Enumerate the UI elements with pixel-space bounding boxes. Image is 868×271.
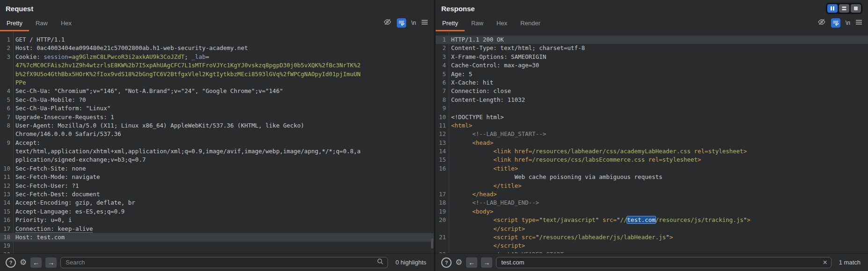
line-number: 6	[0, 104, 10, 113]
code-row[interactable]: 3Cookie: session=ag9GlzmC8LPwcoR3i2axkAU…	[0, 53, 434, 61]
code-text: User-Agent: Mozilla/5.0 (X11; Linux x86_…	[10, 121, 304, 130]
newline-icon[interactable]: \n	[411, 20, 416, 26]
line-number: 20	[0, 250, 10, 253]
columns-layout-button[interactable]	[827, 4, 838, 13]
previous-match-button[interactable]: ←	[30, 257, 42, 268]
line-number: 15	[0, 207, 10, 216]
code-row[interactable]: 20 <script type="text/javascript" src="/…	[436, 216, 868, 224]
code-row[interactable]: 10Sec-Fetch-Site: none	[0, 164, 434, 173]
code-row[interactable]: 5Sec-Ch-Ua-Mobile: ?0	[0, 96, 434, 104]
response-tab-raw[interactable]: Raw	[465, 15, 490, 31]
code-row[interactable]: 11Sec-Fetch-Mode: navigate	[0, 173, 434, 181]
next-match-button[interactable]: →	[481, 257, 492, 268]
code-row[interactable]: 7Upgrade-Insecure-Requests: 1	[0, 113, 434, 121]
code-row[interactable]: 20	[0, 250, 434, 253]
help-icon[interactable]: ?	[441, 257, 452, 268]
code-row[interactable]: 13Sec-Fetch-Dest: document	[0, 190, 434, 199]
line-number: 14	[436, 147, 446, 156]
clear-search-icon[interactable]: ×	[820, 259, 827, 266]
code-row[interactable]: 22 <!--LAB_HEADER_START-->	[436, 250, 868, 253]
menu-icon[interactable]	[855, 19, 862, 27]
code-row[interactable]: 1GET / HTTP/1.1	[0, 36, 434, 44]
wrap-lines-icon[interactable]	[397, 18, 406, 28]
response-tab-hex[interactable]: Hex	[490, 15, 514, 31]
code-row[interactable]: 15Accept-Language: es-ES,es;q=0.9	[0, 207, 434, 216]
code-row[interactable]: 14 <link href=/resources/labheader/css/a…	[436, 147, 868, 156]
code-row[interactable]: 13 <head>	[436, 139, 868, 147]
code-row[interactable]: 18Host: test.com	[0, 233, 434, 242]
code-row[interactable]: 10<!DOCTYPE html>	[436, 113, 868, 121]
code-row[interactable]: </script>	[436, 225, 868, 233]
code-row[interactable]: 14Accept-Encoding: gzip, deflate, br	[0, 199, 434, 207]
code-row[interactable]: 12Sec-Fetch-User: ?1	[0, 182, 434, 190]
code-row[interactable]: PPe	[0, 78, 434, 87]
code-row[interactable]: 19	[0, 242, 434, 250]
response-tab-pretty[interactable]: Pretty	[436, 15, 465, 31]
line-number: 10	[436, 113, 446, 121]
code-row[interactable]: 5Age: 5	[436, 70, 868, 78]
request-scrollbar-thumb[interactable]	[431, 238, 433, 249]
magnifier-icon[interactable]	[377, 258, 384, 267]
code-row[interactable]: 17 </head>	[436, 190, 868, 199]
request-title: Request	[6, 5, 33, 13]
code-row[interactable]: b%2fX9U5o4GthBbx5HOrK%2fIox9vdS18%2bGngT…	[0, 70, 434, 78]
code-text: b%2fX9U5o4GthBbx5HOrK%2fIox9vdS18%2bGngT…	[10, 70, 361, 78]
request-tab-raw[interactable]: Raw	[29, 15, 54, 31]
code-row[interactable]: Web cache poisoning via ambiguous reques…	[436, 173, 868, 181]
response-header: Response	[436, 0, 868, 15]
line-number: 7	[436, 87, 446, 95]
request-tab-hex[interactable]: Hex	[54, 15, 78, 31]
response-tab-render[interactable]: Render	[514, 15, 547, 31]
code-row[interactable]: 15 <link href=/resources/css/labsEcommer…	[436, 156, 868, 164]
previous-match-button[interactable]: ←	[466, 257, 477, 268]
code-row[interactable]: </script>	[436, 242, 868, 250]
code-row[interactable]: 12 <!--LAB_HEAD_START-->	[436, 130, 868, 138]
newline-icon[interactable]: \n	[846, 20, 850, 26]
next-match-button[interactable]: →	[45, 257, 57, 268]
visibility-toggle-icon[interactable]	[817, 18, 826, 28]
request-tab-pretty[interactable]: Pretty	[0, 15, 29, 31]
code-row[interactable]: 8Content-Length: 11032	[436, 96, 868, 104]
response-search-box: ×	[496, 257, 832, 268]
response-search-input[interactable]	[500, 258, 820, 266]
code-row[interactable]: 11<html>	[436, 121, 868, 130]
code-row[interactable]: 47%7cMC0CFAis2hv1Z9h4wtzrlsE8KW%2b7I5xpA…	[0, 61, 434, 70]
code-row[interactable]: text/html,application/xhtml+xml,applicat…	[0, 147, 434, 156]
code-row[interactable]: 4Cache-Control: max-age=30	[436, 61, 868, 70]
help-icon[interactable]: ?	[6, 257, 16, 268]
code-row[interactable]: 9Accept:	[0, 139, 434, 147]
line-number: 2	[436, 44, 446, 52]
code-row[interactable]: 18 <!--LAB_HEAD_END-->	[436, 199, 868, 207]
settings-gear-icon[interactable]: ⚙	[455, 258, 462, 266]
request-editor[interactable]: 1GET / HTTP/1.12Host: 0ac4003404ea099480…	[0, 31, 434, 253]
code-row[interactable]: 3X-Frame-Options: SAMEORIGIN	[436, 53, 868, 61]
code-row[interactable]: Chrome/146.0.0.0 Safari/537.36	[0, 130, 434, 138]
rows-layout-button[interactable]	[839, 4, 849, 13]
code-row[interactable]: 8User-Agent: Mozilla/5.0 (X11; Linux x86…	[0, 121, 434, 130]
code-row[interactable]: 6X-Cache: hit	[436, 78, 868, 87]
code-row[interactable]: pplication/signed-exchange;v=b3;q=0.7	[0, 156, 434, 164]
code-row[interactable]: 1HTTP/1.1 200 OK	[436, 36, 868, 44]
code-row[interactable]: 2Host: 0ac4003404ea099480e21c57002800ab.…	[0, 44, 434, 52]
code-row[interactable]: </title>	[436, 182, 868, 190]
menu-icon[interactable]	[421, 19, 428, 27]
code-row[interactable]: 7Connection: close	[436, 87, 868, 95]
visibility-toggle-icon[interactable]	[383, 18, 392, 28]
code-row[interactable]: 21 <script src="/resources/labheader/js/…	[436, 233, 868, 242]
request-search-input[interactable]	[65, 258, 377, 266]
code-row[interactable]: 19 <body>	[436, 207, 868, 216]
line-number: 5	[0, 96, 10, 104]
code-row[interactable]: 4Sec-Ch-Ua: "Chromium";v="146", "Not-A.B…	[0, 87, 434, 95]
code-text: 47%7cMC0CFAis2hv1Z9h4wtzrlsE8KW%2b7I5xpA…	[10, 61, 361, 70]
code-row[interactable]: 6Sec-Ch-Ua-Platform: "Linux"	[0, 104, 434, 113]
code-row[interactable]: 17Connection: keep-alive	[0, 225, 434, 233]
single-layout-button[interactable]	[851, 4, 861, 13]
code-row[interactable]: 9	[436, 104, 868, 113]
code-row[interactable]: 16 <title>	[436, 164, 868, 173]
wrap-lines-icon[interactable]	[831, 18, 840, 28]
code-row[interactable]: 16Priority: u=0, i	[0, 216, 434, 224]
response-editor[interactable]: 1HTTP/1.1 200 OK2Content-Type: text/html…	[436, 31, 868, 253]
code-row[interactable]: 2Content-Type: text/html; charset=utf-8	[436, 44, 868, 52]
settings-gear-icon[interactable]: ⚙	[20, 258, 27, 266]
code-text: <!DOCTYPE html>	[446, 113, 504, 121]
